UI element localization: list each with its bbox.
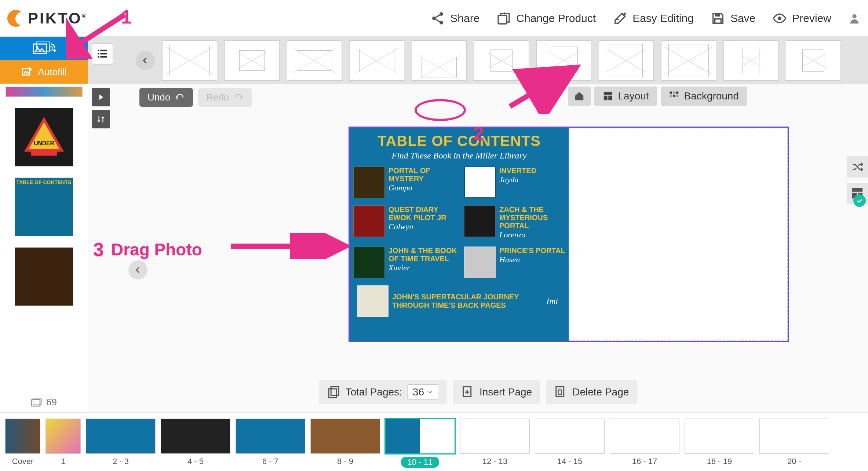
- filmstrip-thumb[interactable]: [685, 419, 754, 454]
- asset-thumb[interactable]: [15, 247, 73, 306]
- layout-option[interactable]: [661, 40, 716, 81]
- filmstrip-item[interactable]: 12 - 13: [460, 419, 530, 466]
- svg-rect-22: [100, 53, 107, 54]
- asset-thumb[interactable]: UNDER: [15, 108, 73, 167]
- user-menu-button[interactable]: [848, 12, 861, 25]
- canvas-area: Undo Redo Layout Background TABLE OF CON…: [88, 84, 868, 412]
- list-icon: [96, 48, 109, 60]
- toc-entry: PRINCE'S PORTALHasen: [499, 247, 569, 278]
- layout-option[interactable]: [474, 40, 529, 81]
- filmstrip-item[interactable]: 6 - 7: [236, 419, 305, 466]
- layout-tray: [88, 37, 868, 84]
- filmstrip-thumb[interactable]: [45, 419, 81, 454]
- save-button[interactable]: Save: [711, 11, 755, 26]
- filmstrip-thumb[interactable]: [385, 419, 455, 454]
- asset-thumb[interactable]: [6, 87, 83, 97]
- filmstrip-thumb[interactable]: [161, 419, 230, 454]
- insert-page-icon: [461, 386, 474, 399]
- filmstrip-thumb[interactable]: [310, 419, 380, 454]
- filmstrip-item[interactable]: 4 - 5: [161, 419, 230, 466]
- filmstrip-thumb[interactable]: [5, 419, 40, 454]
- change-product-label: Change Product: [516, 12, 596, 25]
- expand-panel-button[interactable]: [92, 88, 110, 106]
- total-pages-group: Total Pages: 36: [319, 380, 447, 404]
- easy-editing-button[interactable]: Easy Editing: [613, 11, 694, 26]
- filmstrip-thumb[interactable]: [236, 419, 305, 454]
- home-icon: [574, 91, 585, 102]
- autofill-button[interactable]: Autofill: [0, 60, 88, 84]
- save-icon: [711, 11, 725, 26]
- share-label: Share: [450, 12, 479, 25]
- svg-rect-14: [31, 151, 57, 156]
- layout-option[interactable]: [599, 40, 654, 81]
- home-button[interactable]: [568, 87, 591, 106]
- insert-page-button[interactable]: Insert Page: [453, 380, 540, 404]
- save-label: Save: [730, 12, 755, 25]
- redo-label: Redo: [206, 92, 229, 103]
- svg-rect-5: [715, 19, 721, 23]
- asset-thumb[interactable]: TABLE OF CONTENTS: [15, 178, 73, 236]
- filmstrip-thumb[interactable]: [759, 419, 829, 454]
- tray-list-toggle[interactable]: [92, 43, 113, 65]
- filmstrip-item[interactable]: 18 - 19: [685, 419, 754, 466]
- layout-option[interactable]: [536, 40, 591, 81]
- filmstrip-item[interactable]: 16 - 17: [610, 419, 679, 466]
- share-icon: [430, 11, 445, 26]
- layout-option[interactable]: [786, 40, 841, 81]
- filmstrip-thumb[interactable]: [86, 419, 156, 454]
- undo-button[interactable]: Undo: [139, 88, 193, 107]
- share-button[interactable]: Share: [430, 11, 479, 26]
- tray-back-button[interactable]: [136, 51, 155, 70]
- filmstrip-item[interactable]: 1: [45, 419, 81, 466]
- filmstrip-thumb[interactable]: [610, 419, 679, 454]
- delete-page-button[interactable]: Delete Page: [546, 380, 637, 404]
- undo-label: Undo: [147, 92, 170, 103]
- svg-point-1: [432, 17, 436, 20]
- svg-rect-29: [676, 92, 678, 94]
- filmstrip-item[interactable]: 14 - 15: [535, 419, 605, 466]
- sort-panel-button[interactable]: [92, 110, 110, 128]
- filmstrip-thumb[interactable]: [460, 419, 530, 454]
- svg-rect-3: [498, 15, 507, 23]
- layout-option[interactable]: [287, 40, 342, 81]
- asset-count-value: 69: [46, 397, 57, 408]
- page-left[interactable]: TABLE OF CONTENTS Find These Book in the…: [350, 128, 569, 341]
- layout-option[interactable]: [723, 40, 778, 81]
- layout-tab[interactable]: Layout: [594, 87, 657, 106]
- preview-button[interactable]: Preview: [772, 11, 831, 26]
- filmstrip-label: 20 -: [787, 457, 801, 466]
- upload-photos-button[interactable]: [0, 37, 88, 60]
- filmstrip-thumb[interactable]: [535, 419, 605, 454]
- filmstrip[interactable]: Cover12 - 34 - 56 - 78 - 910 - 1112 - 13…: [0, 412, 868, 471]
- layout-option[interactable]: [349, 40, 404, 81]
- spread-prev-button[interactable]: [128, 260, 147, 280]
- filmstrip-item[interactable]: 10 - 11: [385, 419, 455, 468]
- asset-tray[interactable]: UNDER TABLE OF CONTENTS: [0, 84, 88, 392]
- topbar: PIKTO® Share Change Product Easy Editing…: [0, 0, 868, 37]
- filmstrip-label: 8 - 9: [337, 457, 353, 466]
- svg-rect-27: [670, 92, 672, 94]
- page-right-dropzone[interactable]: [569, 128, 788, 341]
- filmstrip-item[interactable]: 2 - 3: [86, 419, 156, 466]
- layout-option[interactable]: [225, 40, 280, 81]
- background-tab[interactable]: Background: [661, 87, 747, 106]
- change-product-button[interactable]: Change Product: [496, 11, 596, 26]
- redo-button[interactable]: Redo: [198, 88, 252, 107]
- svg-point-6: [778, 17, 781, 20]
- filmstrip-item[interactable]: 8 - 9: [310, 419, 380, 466]
- svg-rect-28: [673, 92, 675, 94]
- total-pages-value: 36: [413, 386, 424, 398]
- filmstrip-item[interactable]: 20 -: [759, 419, 829, 466]
- logo-text: PIKTO®: [28, 10, 88, 27]
- filmstrip-item[interactable]: Cover: [5, 419, 40, 466]
- top-actions: Share Change Product Easy Editing Save P…: [430, 11, 861, 26]
- svg-rect-31: [673, 95, 675, 97]
- shuffle-button[interactable]: [847, 156, 868, 178]
- total-pages-select[interactable]: 36: [407, 384, 439, 400]
- layout-option[interactable]: [162, 40, 217, 81]
- page-spread[interactable]: TABLE OF CONTENTS Find These Book in the…: [349, 127, 789, 342]
- toc-entry: PORTAL OF MYSTERYGompo: [389, 167, 462, 198]
- preview-label: Preview: [792, 12, 831, 25]
- applied-check-badge: [853, 194, 866, 207]
- layout-option[interactable]: [412, 40, 467, 81]
